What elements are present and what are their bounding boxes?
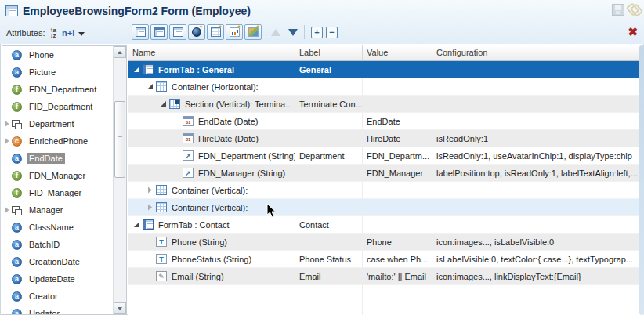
row-label[interactable] xyxy=(295,182,363,199)
table-row[interactable]: Container (Vertical): xyxy=(128,182,644,199)
row-name-cell[interactable]: ↗ FDN_Manager (String) xyxy=(128,165,295,182)
row-config[interactable] xyxy=(432,302,644,315)
row-label[interactable] xyxy=(295,78,363,96)
row-label[interactable]: Terminate Con... xyxy=(295,96,363,113)
expand-all-button[interactable]: + xyxy=(311,27,323,38)
row-value[interactable] xyxy=(363,78,432,96)
row-config[interactable] xyxy=(432,96,644,113)
row-label[interactable] xyxy=(295,199,363,216)
row-config[interactable] xyxy=(432,113,644,130)
sidebar-attribute-item[interactable]: f FDN_Department xyxy=(2,81,113,98)
expanded-triangle-icon[interactable] xyxy=(134,67,139,72)
row-config[interactable]: isReadOnly:1 xyxy=(432,130,644,147)
tree-expander[interactable] xyxy=(159,101,168,107)
row-name-cell[interactable]: Container (Vertical): xyxy=(128,182,295,199)
row-name-cell[interactable] xyxy=(128,302,295,315)
row-config[interactable]: isReadOnly:1, useAvatarInChip:1, display… xyxy=(432,147,644,165)
row-config[interactable] xyxy=(432,216,644,234)
collapsed-triangle-icon[interactable] xyxy=(148,205,152,211)
chevron-right-icon[interactable] xyxy=(5,138,9,144)
move-up-icon[interactable] xyxy=(271,24,280,36)
table-row[interactable]: 31 HireDate (Date) HireDate isReadOnly:1 xyxy=(128,130,644,147)
tree-expander[interactable] xyxy=(132,222,141,227)
column-header-value[interactable]: Value xyxy=(363,45,432,61)
row-value[interactable] xyxy=(363,199,432,216)
add-table-button[interactable] xyxy=(207,24,224,40)
add-section-button[interactable] xyxy=(150,24,168,40)
row-config[interactable] xyxy=(432,285,644,302)
row-label[interactable] xyxy=(295,130,363,147)
row-label[interactable]: General xyxy=(295,61,363,78)
row-value[interactable] xyxy=(363,285,432,302)
sidebar-attribute-item[interactable]: f FID_Department xyxy=(2,98,113,115)
sidebar-attribute-item[interactable]: Department xyxy=(2,115,113,132)
row-value[interactable]: Phone xyxy=(363,234,432,251)
sort-a-z-icon[interactable]: ↑a↓z xyxy=(50,27,56,38)
sidebar-attribute-item[interactable]: f FDN_Manager xyxy=(2,167,113,184)
expanded-triangle-icon[interactable] xyxy=(147,84,153,89)
expanded-triangle-icon[interactable] xyxy=(134,222,139,227)
row-name-cell[interactable]: FormTab : General xyxy=(128,61,295,78)
sidebar-attribute-item[interactable]: c EnrichedPhone xyxy=(2,132,113,150)
column-header-name[interactable]: Name xyxy=(128,45,295,61)
row-value[interactable]: EndDate xyxy=(363,113,432,130)
tree-expander[interactable] xyxy=(146,205,154,211)
expander-slot[interactable] xyxy=(2,121,12,127)
row-config[interactable]: labelPosition:top, isReadOnly:1, labelTe… xyxy=(432,165,644,182)
tree-expander[interactable] xyxy=(146,84,154,89)
add-chart-button[interactable] xyxy=(226,24,243,40)
row-config[interactable]: isLabelVisible:0, textColor:{ case...}, … xyxy=(432,251,644,268)
add-fieldset-button[interactable] xyxy=(169,24,186,40)
table-row[interactable]: Section (Vertical): Termina... Terminate… xyxy=(128,96,644,113)
sidebar-attribute-item[interactable]: a BatchID xyxy=(2,236,113,253)
move-down-icon[interactable] xyxy=(288,29,298,41)
table-row[interactable]: Container (Horizontal): xyxy=(128,78,644,96)
row-value[interactable] xyxy=(363,216,432,234)
scroll-up-icon[interactable] xyxy=(114,46,126,58)
sidebar-attribute-item[interactable]: f FID_Manager xyxy=(2,184,113,201)
row-config[interactable]: icon:images..., linkDisplayText:{Email} xyxy=(432,268,644,285)
row-config[interactable]: icon:images..., isLabelVisible:0 xyxy=(432,234,644,251)
sidebar-attribute-item[interactable]: a CreationDate xyxy=(2,253,113,270)
row-label[interactable]: Department xyxy=(295,147,363,165)
row-name-cell[interactable]: ↗ FDN_Department (String) xyxy=(128,147,295,165)
column-header-configuration[interactable]: Configuration xyxy=(432,45,644,61)
row-config[interactable] xyxy=(432,78,644,96)
row-label[interactable] xyxy=(295,234,363,251)
table-row[interactable]: FormTab : General General xyxy=(128,61,644,78)
sidebar-attribute-item[interactable]: Manager xyxy=(2,201,113,219)
row-value[interactable]: FDN_Manager xyxy=(363,165,432,182)
row-label[interactable]: Phone Status xyxy=(295,251,363,268)
row-value[interactable] xyxy=(363,96,432,113)
add-sphere-button[interactable] xyxy=(188,24,205,40)
row-config[interactable] xyxy=(432,199,644,216)
row-value[interactable]: FDN_Departm... xyxy=(363,147,432,165)
table-row[interactable]: T Phone (String) Phone icon:images..., i… xyxy=(128,234,644,251)
sidebar-attribute-item[interactable]: a UpdateDate xyxy=(2,270,113,288)
sidebar-attribute-item[interactable]: a Picture xyxy=(2,63,113,81)
row-value[interactable] xyxy=(363,61,432,78)
table-row[interactable]: ↗ FDN_Manager (String) FDN_Manager label… xyxy=(128,165,644,182)
tree-expander[interactable] xyxy=(146,187,154,194)
expander-slot[interactable] xyxy=(2,138,12,144)
row-name-cell[interactable]: 31 HireDate (Date) xyxy=(128,130,295,147)
row-name-cell[interactable]: ✎ Email (String) xyxy=(128,268,295,285)
expander-slot[interactable] xyxy=(2,207,12,213)
row-label[interactable]: Email xyxy=(295,268,363,285)
scrollbar-thumb[interactable] xyxy=(114,101,125,178)
row-config[interactable] xyxy=(432,182,644,199)
sidebar-attribute-item[interactable]: a Creator xyxy=(2,288,113,305)
row-config[interactable] xyxy=(432,61,644,78)
scroll-down-icon[interactable] xyxy=(114,302,126,314)
chevron-right-icon[interactable] xyxy=(5,207,9,213)
column-header-label[interactable]: Label xyxy=(295,45,363,61)
add-form-button[interactable] xyxy=(132,24,149,40)
add-image-button[interactable] xyxy=(244,24,262,40)
row-name-cell[interactable]: FormTab : Contact xyxy=(128,216,295,234)
collapsed-triangle-icon[interactable] xyxy=(148,187,152,194)
row-name-cell[interactable]: Section (Vertical): Termina... xyxy=(128,96,295,113)
table-row[interactable] xyxy=(128,285,644,302)
table-row[interactable]: ↗ FDN_Department (String) Department FDN… xyxy=(128,147,644,165)
collapse-all-button[interactable]: − xyxy=(326,27,338,38)
row-name-cell[interactable] xyxy=(128,285,295,302)
